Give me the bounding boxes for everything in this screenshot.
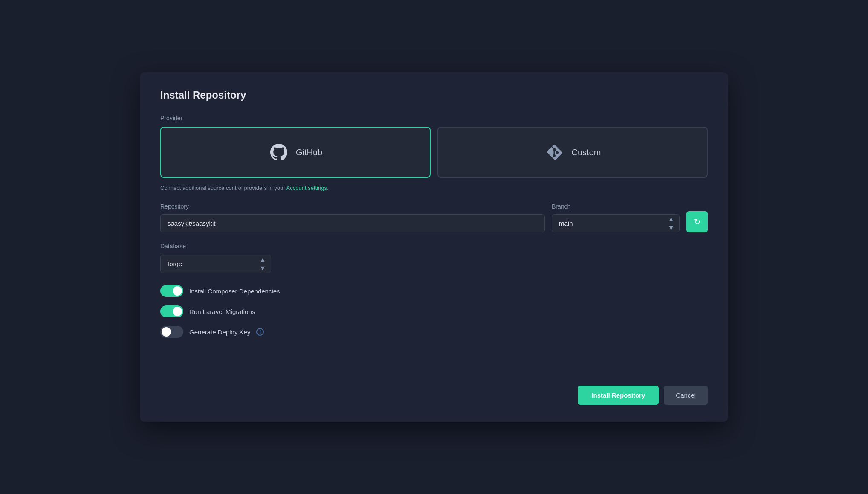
repo-branch-row: Repository Branch main master develop ▲ … — [160, 203, 708, 232]
toggle-row-migrations: Run Laravel Migrations — [160, 305, 708, 317]
branch-select-wrapper: main master develop ▲ ▼ — [552, 214, 680, 232]
repository-input[interactable] — [160, 214, 545, 232]
provider-github[interactable]: GitHub — [160, 127, 431, 178]
git-icon — [544, 142, 565, 163]
refresh-icon: ↻ — [694, 217, 700, 227]
composer-toggle[interactable] — [160, 285, 183, 297]
composer-toggle-knob — [173, 286, 182, 296]
database-label: Database — [160, 243, 708, 250]
branch-label: Branch — [552, 203, 680, 210]
cancel-button[interactable]: Cancel — [664, 386, 708, 405]
provider-selector: GitHub Custom — [160, 127, 708, 178]
toggles-section: Install Composer Dependencies Run Larave… — [160, 285, 708, 338]
database-section: Database forge other ▲ ▼ — [160, 243, 708, 273]
migrations-toggle[interactable] — [160, 305, 183, 317]
install-repository-button[interactable]: Install Repository — [578, 386, 659, 405]
github-label: GitHub — [296, 148, 322, 157]
provider-custom[interactable]: Custom — [437, 127, 708, 178]
branch-group: Branch main master develop ▲ ▼ — [552, 203, 680, 232]
refresh-button[interactable]: ↻ — [686, 211, 708, 232]
provider-label: Provider — [160, 115, 708, 122]
deploy-key-info-icon[interactable]: i — [256, 328, 264, 336]
account-settings-link[interactable]: Account settings — [286, 185, 327, 191]
database-select[interactable]: forge other — [160, 255, 271, 273]
composer-label: Install Composer Dependencies — [189, 288, 280, 295]
install-repository-modal: Install Repository Provider GitHub Custo… — [140, 72, 728, 422]
migrations-toggle-knob — [173, 307, 182, 316]
deploy-key-label: Generate Deploy Key — [189, 328, 250, 336]
branch-select[interactable]: main master develop — [552, 214, 680, 232]
modal-footer: Install Repository Cancel — [578, 386, 708, 405]
github-icon — [269, 142, 289, 163]
modal-title: Install Repository — [160, 89, 708, 101]
custom-label: Custom — [572, 148, 601, 157]
deploy-key-toggle-knob — [162, 327, 171, 337]
deploy-key-toggle[interactable] — [160, 326, 183, 338]
database-select-wrapper: forge other ▲ ▼ — [160, 255, 271, 273]
toggle-row-composer: Install Composer Dependencies — [160, 285, 708, 297]
repository-label: Repository — [160, 203, 545, 210]
toggle-row-deploy-key: Generate Deploy Key i — [160, 326, 708, 338]
migrations-label: Run Laravel Migrations — [189, 308, 255, 315]
repository-group: Repository — [160, 203, 545, 232]
account-settings-note: Connect additional source control provid… — [160, 185, 708, 191]
